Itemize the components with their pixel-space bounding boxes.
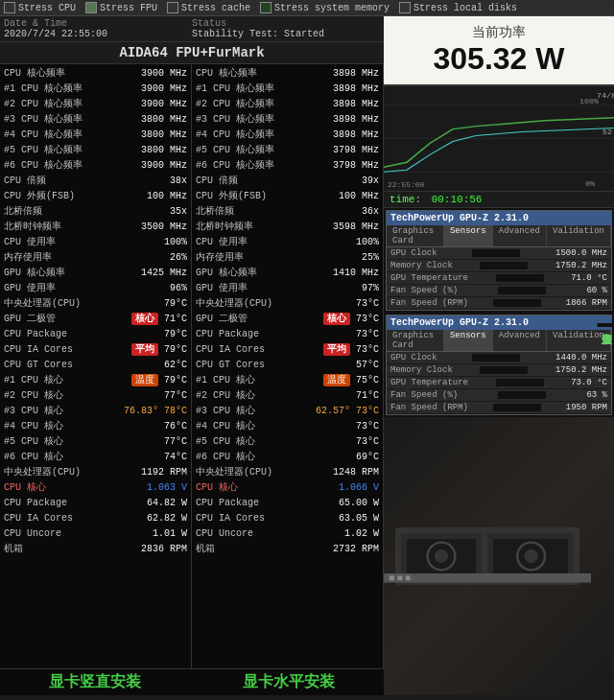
row-label: CPU 核心频率 — [196, 67, 257, 81]
svg-text:0%: 0% — [585, 181, 595, 188]
svg-text:74/80: 74/80 — [597, 92, 614, 99]
data-row: CPU 核心1.063 V — [2, 480, 189, 496]
row-value: 3900 MHz — [141, 98, 187, 111]
gpuz-row-value: 1440.0 MHz — [555, 353, 607, 362]
data-row: CPU Package79°C — [2, 327, 189, 342]
gpuz2-tabs[interactable]: Graphics Card Sensors Advanced Validatio… — [387, 330, 611, 352]
gpuz2-tab-graphics[interactable]: Graphics Card — [387, 330, 444, 351]
row-label: #1 CPU 核心 — [4, 374, 63, 387]
gpuz-row: Memory Clock1750.2 MHz — [387, 260, 611, 272]
gpuz1-tab-sensors[interactable]: Sensors — [444, 225, 493, 246]
data-row: CPU Uncore1.01 W — [2, 526, 189, 542]
row-value: 73°C — [356, 420, 379, 433]
data-row: #3 CPU 核心76.83° 78°C — [2, 404, 189, 419]
row-label: #5 CPU 核心频率 — [196, 144, 274, 157]
data-row: #5 CPU 核心73°C — [194, 434, 381, 450]
gpuz1-tab-graphics[interactable]: Graphics Card — [387, 225, 444, 246]
gpuz-panel-1: TechPowerUp GPU-Z 2.31.0 Graphics Card S… — [386, 210, 612, 311]
data-row: CPU 核心1.066 V — [194, 480, 381, 496]
gpuz1-tabs[interactable]: Graphics Card Sensors Advanced Validatio… — [387, 225, 611, 247]
status-bar: Date & Time Status 2020/7/24 22:55:00 St… — [0, 16, 384, 42]
toolbar-item-stress-fpu[interactable]: Stress FPU — [85, 2, 157, 13]
row-label: 中央处理器(CPU) — [196, 466, 272, 479]
stress-cpu-checkbox[interactable] — [4, 2, 15, 13]
power-value: 305.32 W — [391, 41, 606, 77]
row-value: 77°C — [164, 435, 187, 449]
row-label: 机箱 — [4, 543, 23, 556]
data-row: GPU 使用率96% — [2, 281, 189, 296]
row-value: 73°C — [356, 435, 379, 449]
data-row: 中央处理器(CPU)73°C — [194, 296, 381, 312]
data-row: CPU IA Cores63.05 W — [194, 511, 381, 526]
toolbar-item-stress-cache[interactable]: Stress cache — [167, 2, 250, 13]
data-row: #3 CPU 核心62.57° 73°C — [194, 404, 381, 419]
row-label: CPU Package — [4, 497, 67, 510]
data-row: #6 CPU 核心69°C — [194, 450, 381, 465]
gpuz-row-label: Fan Speed (%) — [390, 286, 458, 295]
row-value: 57°C — [356, 359, 379, 372]
row-value: 100 MHz — [147, 190, 187, 203]
data-row: CPU GT Cores62°C — [2, 358, 189, 373]
row-value: 35x — [170, 205, 187, 219]
row-value: 25% — [362, 251, 379, 265]
data-row: CPU 倍频38x — [2, 174, 189, 189]
gpuz2-tab-sensors[interactable]: Sensors — [444, 330, 493, 351]
row-value: 3898 MHz — [333, 128, 379, 142]
row-label: CPU IA Cores — [196, 343, 265, 357]
gpuz-row-label: Fan Speed (RPM) — [390, 403, 468, 412]
gpuz2-tab-advanced[interactable]: Advanced — [493, 330, 547, 351]
row-value: 97% — [362, 282, 379, 295]
side-label-vertical: 显卡竖直安装 — [597, 323, 614, 327]
row-label: #6 CPU 核心频率 — [4, 159, 83, 173]
gpuz-row-value: 1866 RPM — [566, 298, 607, 308]
data-row: CPU GT Cores57°C — [194, 358, 381, 373]
stress-disks-checkbox[interactable] — [399, 2, 411, 13]
row-label: 内存使用率 — [196, 251, 244, 265]
data-col-1: CPU 核心频率3900 MHz#1 CPU 核心频率3900 MHz#2 CP… — [0, 64, 192, 668]
stress-fpu-checkbox[interactable] — [85, 2, 97, 13]
right-panel: 当前功率 305.32 W 74/80 52 100% 0% — [384, 16, 614, 695]
row-label: #3 CPU 核心频率 — [196, 113, 274, 127]
svg-point-14 — [435, 549, 448, 563]
toolbar-item-stress-memory[interactable]: Stress system memory — [260, 2, 390, 13]
gpuz1-tab-validation[interactable]: Validation — [547, 225, 611, 246]
row-label: #3 CPU 核心 — [196, 405, 255, 418]
row-value: 1.063 V — [147, 481, 187, 495]
toolbar-item-stress-disks[interactable]: Stress local disks — [399, 2, 517, 13]
row-value: 1248 RPM — [333, 466, 379, 479]
row-label: GPU 使用率 — [196, 282, 248, 295]
gpuz-panel-2: TechPowerUp GPU-Z 2.31.0 Graphics Card S… — [386, 315, 612, 415]
data-row: CPU 核心频率3900 MHz — [2, 66, 189, 82]
badge: 核心 — [323, 313, 350, 325]
data-row: CPU 外频(FSB)100 MHz — [194, 189, 381, 204]
gpuz-bar-container — [480, 366, 528, 374]
gpuz-row: Fan Speed (RPM)1950 RPM — [387, 402, 611, 414]
row-label: CPU 核心频率 — [4, 67, 65, 81]
row-value: 38x — [170, 175, 187, 188]
row-value: 64.82 W — [147, 497, 187, 510]
data-row: #6 CPU 核心频率3900 MHz — [2, 158, 189, 174]
row-value: 3898 MHz — [333, 98, 379, 111]
data-row: #4 CPU 核心76°C — [2, 419, 189, 434]
row-label: 中央处理器(CPU) — [4, 466, 81, 479]
stress-cache-checkbox[interactable] — [167, 2, 178, 13]
data-row: 北桥倍频36x — [194, 204, 381, 220]
row-value: 74°C — [164, 451, 187, 464]
stress-memory-checkbox[interactable] — [260, 2, 272, 13]
gpuz-bar-container — [472, 354, 520, 362]
row-label: GPU 二极管 — [196, 313, 248, 326]
data-row: CPU 使用率100% — [194, 235, 381, 250]
row-value: 3798 MHz — [333, 144, 379, 157]
power-label: 当前功率 — [391, 24, 606, 41]
gpuz2-tab-validation[interactable]: Validation — [547, 330, 611, 351]
row-value: 3898 MHz — [333, 82, 379, 96]
data-row: CPU Package65.00 W — [194, 496, 381, 511]
date-time-label: Date & Time — [4, 18, 192, 29]
row-value: 76°C — [164, 420, 187, 433]
toolbar-item-stress-cpu[interactable]: Stress CPU — [4, 2, 76, 13]
data-row: #6 CPU 核心74°C — [2, 450, 189, 465]
gpuz-row-label: Memory Clock — [390, 261, 453, 270]
row-value: 76.83° 78°C — [124, 405, 187, 418]
row-value: 100 MHz — [339, 190, 379, 203]
gpuz1-tab-advanced[interactable]: Advanced — [493, 225, 547, 246]
